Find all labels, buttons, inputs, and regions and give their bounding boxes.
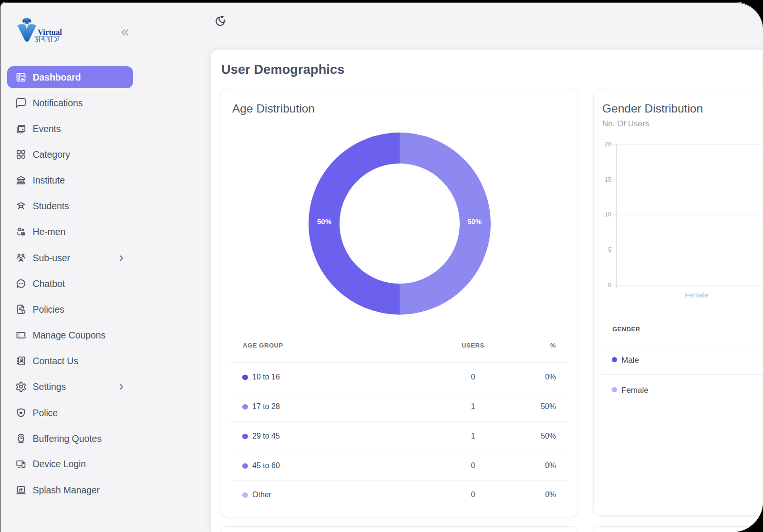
- svg-text:Virtual: Virtual: [38, 28, 62, 37]
